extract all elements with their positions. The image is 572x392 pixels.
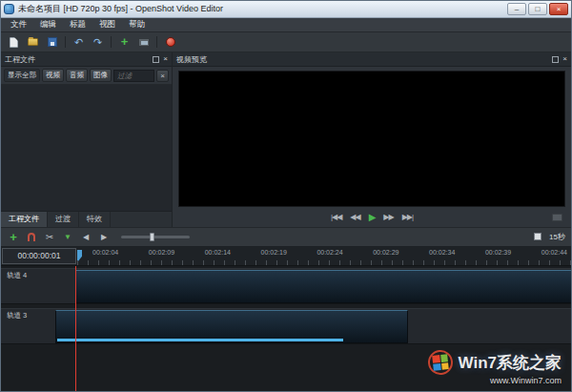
ruler-label: 00:02:04 bbox=[92, 249, 118, 256]
rewind-button[interactable]: ◀◀ bbox=[350, 213, 359, 222]
ruler-label: 00:02:09 bbox=[149, 249, 174, 256]
track-row-3: 轨道 3 bbox=[1, 308, 571, 344]
undo-icon: ↶ bbox=[74, 37, 83, 47]
panel-float-icon[interactable] bbox=[552, 56, 559, 63]
timeline-ruler[interactable]: 00:02:04 00:02:09 00:02:14 00:02:19 00:0… bbox=[77, 247, 571, 265]
clip[interactable] bbox=[55, 310, 408, 343]
play-button[interactable]: ▶ bbox=[369, 213, 376, 222]
playhead-marker[interactable] bbox=[77, 250, 82, 262]
timeline-tracks: 轨道 4 轨道 3 bbox=[1, 266, 571, 392]
track-label: 轨道 3 bbox=[7, 311, 27, 320]
video-preview-screen[interactable] bbox=[178, 71, 565, 207]
ruler-label: 00:02:24 bbox=[317, 249, 342, 256]
clip-progress-bar bbox=[57, 339, 343, 341]
panel-close-icon[interactable]: × bbox=[163, 55, 168, 63]
clear-filter-button[interactable]: × bbox=[156, 70, 169, 82]
tab-effects[interactable]: 特效 bbox=[79, 212, 111, 227]
project-file-list[interactable] bbox=[1, 85, 172, 211]
open-folder-icon bbox=[28, 38, 38, 46]
menu-edit[interactable]: 编辑 bbox=[34, 18, 62, 31]
left-panel-tabs: 工程文件 过渡 特效 bbox=[1, 211, 172, 227]
undo-button[interactable]: ↶ bbox=[71, 34, 87, 50]
main-toolbar: ↶ ↷ + bbox=[1, 32, 571, 52]
ruler-label: 00:02:14 bbox=[205, 249, 231, 256]
filter-audio-button[interactable]: 音频 bbox=[66, 69, 88, 82]
import-files-button[interactable]: + bbox=[116, 34, 133, 50]
menu-file[interactable]: 文件 bbox=[5, 18, 32, 31]
project-panel-title: 工程文件 bbox=[5, 54, 35, 65]
filter-image-button[interactable]: 图像 bbox=[90, 69, 112, 82]
snapping-button[interactable] bbox=[25, 230, 38, 243]
tab-transitions[interactable]: 过渡 bbox=[48, 212, 79, 227]
magnet-icon bbox=[28, 233, 35, 241]
plus-icon: + bbox=[121, 36, 129, 48]
menu-title[interactable]: 标题 bbox=[64, 18, 92, 31]
redo-icon: ↷ bbox=[93, 37, 102, 47]
maximize-button[interactable]: □ bbox=[528, 3, 547, 15]
menu-help[interactable]: 帮助 bbox=[123, 18, 151, 31]
menubar: 文件 编辑 标题 视图 帮助 bbox=[1, 18, 571, 32]
timeline-ruler-row: 00:00:00:01 00:02:04 00:02:09 00:02:14 0… bbox=[1, 247, 571, 266]
track-row-4: 轨道 4 bbox=[1, 268, 571, 304]
clip[interactable] bbox=[75, 270, 571, 303]
jump-start-button[interactable]: |◀◀ bbox=[331, 213, 341, 222]
next-marker-button[interactable]: ▶ bbox=[97, 230, 111, 243]
ruler-labels: 00:02:04 00:02:09 00:02:14 00:02:19 00:0… bbox=[77, 247, 571, 256]
open-project-button[interactable] bbox=[25, 34, 41, 50]
app-window: 未命名项目 [HD 720p 30 fps] - OpenShot Video … bbox=[0, 0, 572, 392]
preview-panel-header: 视频预览 × bbox=[173, 52, 571, 67]
zoom-slider[interactable] bbox=[121, 236, 190, 238]
ruler-label: 00:02:34 bbox=[429, 249, 455, 256]
panel-close-icon[interactable]: × bbox=[562, 55, 567, 63]
window-title: 未命名项目 [HD 720p 30 fps] - OpenShot Video … bbox=[18, 3, 503, 15]
razor-button[interactable]: ✂ bbox=[43, 230, 56, 243]
add-marker-button[interactable]: ▼ bbox=[61, 230, 74, 243]
export-video-button[interactable] bbox=[162, 34, 178, 50]
ruler-label: 00:02:44 bbox=[541, 249, 567, 256]
filter-row: 显示全部 视频 音频 图像 × bbox=[1, 67, 172, 85]
project-files-panel: 工程文件 × 显示全部 视频 音频 图像 × 工程文件 过渡 特效 bbox=[1, 52, 173, 227]
app-icon bbox=[4, 4, 14, 14]
toolbar-separator bbox=[156, 36, 157, 48]
zoom-slider-handle[interactable] bbox=[150, 233, 154, 241]
record-ball-icon bbox=[166, 37, 175, 47]
main-area: 工程文件 × 显示全部 视频 音频 图像 × 工程文件 过渡 特效 bbox=[1, 52, 571, 227]
save-project-button[interactable] bbox=[44, 34, 60, 50]
timeline-toolbar: + ✂ ▼ ◀ ▶ 15秒 bbox=[1, 227, 571, 247]
capture-icon[interactable] bbox=[552, 214, 562, 221]
previous-marker-button[interactable]: ◀ bbox=[79, 230, 92, 243]
track-label: 轨道 4 bbox=[7, 271, 27, 280]
add-track-button[interactable]: + bbox=[7, 230, 20, 243]
ruler-label: 00:02:29 bbox=[373, 249, 398, 256]
project-panel-header: 工程文件 × bbox=[1, 52, 172, 67]
zoom-units-checkbox[interactable] bbox=[534, 233, 541, 240]
filter-input[interactable] bbox=[113, 70, 154, 82]
video-preview-panel: 视频预览 × |◀◀ ◀◀ ▶ ▶▶ ▶▶| bbox=[173, 52, 571, 227]
add-title-button[interactable] bbox=[135, 34, 152, 50]
film-icon bbox=[138, 38, 150, 47]
toolbar-separator bbox=[65, 36, 66, 48]
panel-float-icon[interactable] bbox=[153, 56, 159, 63]
save-disk-icon bbox=[48, 37, 57, 47]
toolbar-separator bbox=[111, 36, 112, 48]
preview-panel-title: 视频预览 bbox=[176, 54, 207, 65]
titlebar: 未命名项目 [HD 720p 30 fps] - OpenShot Video … bbox=[1, 1, 571, 18]
tab-project-files[interactable]: 工程文件 bbox=[1, 212, 48, 227]
jump-end-button[interactable]: ▶▶| bbox=[402, 213, 413, 222]
ruler-label: 00:02:39 bbox=[485, 249, 511, 256]
close-button[interactable]: × bbox=[549, 3, 568, 15]
filter-all-button[interactable]: 显示全部 bbox=[4, 69, 40, 82]
playhead-line bbox=[75, 266, 76, 392]
fast-forward-button[interactable]: ▶▶ bbox=[383, 213, 393, 222]
menu-view[interactable]: 视图 bbox=[93, 18, 121, 31]
new-project-button[interactable] bbox=[6, 34, 22, 50]
new-file-icon bbox=[10, 37, 18, 48]
ruler-label: 00:02:19 bbox=[261, 249, 287, 256]
timecode-display[interactable]: 00:00:00:01 bbox=[2, 248, 76, 264]
window-controls: – □ × bbox=[507, 3, 568, 15]
redo-button[interactable]: ↷ bbox=[90, 34, 106, 50]
zoom-interval-label: 15秒 bbox=[549, 232, 565, 242]
transport-controls: |◀◀ ◀◀ ▶ ▶▶ ▶▶| bbox=[173, 209, 571, 227]
filter-video-button[interactable]: 视频 bbox=[42, 69, 64, 82]
minimize-button[interactable]: – bbox=[507, 3, 526, 15]
